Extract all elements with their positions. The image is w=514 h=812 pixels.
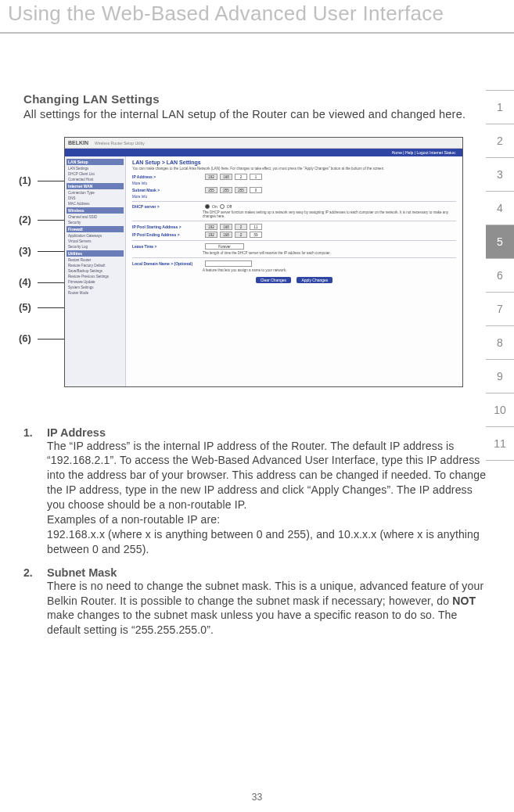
sidebar-item[interactable]: Virtual Servers — [66, 239, 124, 244]
pool-end-label: IP Pool Ending Address > — [132, 232, 203, 237]
sn-oct-2[interactable]: 255 — [220, 187, 232, 193]
domain-desc: A feature that lets you assign a name to… — [203, 268, 456, 272]
lease-desc: The length of time the DHCP server will … — [203, 251, 456, 255]
ps-oct-3[interactable]: 2 — [235, 224, 247, 230]
sidebar-item[interactable]: Save/Backup Settings — [66, 268, 124, 274]
more-info-link[interactable]: More Info — [132, 195, 456, 199]
pe-oct-2[interactable]: 168 — [220, 232, 232, 238]
callout-6: (6) — [19, 332, 31, 344]
callout-5: (5) — [19, 301, 31, 313]
ps-oct-2[interactable]: 168 — [220, 224, 232, 230]
sidebar: LAN Setup LAN Settings DHCP Client List … — [65, 156, 126, 386]
screenshot-area: (1) (2) (3) (4) (5) (6) BELKIN Wireless … — [19, 137, 491, 403]
ip-oct-4[interactable]: 1 — [250, 174, 262, 180]
lease-label: Lease Time > — [132, 244, 203, 249]
dhcp-on-label: On — [212, 204, 217, 209]
dhcp-off-label: Off — [227, 204, 232, 209]
ip-oct-1[interactable]: 192 — [205, 174, 217, 180]
tab-11[interactable]: 11 — [486, 426, 514, 461]
ps-oct-4[interactable]: 11 — [250, 224, 262, 230]
domain-input[interactable] — [205, 260, 252, 267]
sidebar-item[interactable]: Security — [66, 220, 124, 225]
section-intro: All settings for the internal LAN setup … — [23, 107, 491, 123]
more-info-link[interactable]: More Info — [132, 181, 456, 185]
pe-oct-3[interactable]: 2 — [235, 232, 247, 238]
page-number: 33 — [0, 792, 514, 803]
dhcp-label: DHCP server > — [132, 204, 203, 209]
pe-oct-4[interactable]: 59 — [250, 232, 262, 238]
list-item: 1. IP Address The “IP address” is the in… — [23, 426, 491, 557]
panel-desc: You can make changes to the Local Area N… — [132, 167, 456, 171]
pool-start-label: IP Pool Starting Address > — [132, 225, 203, 229]
sidebar-item[interactable]: Channel and SSID — [66, 214, 124, 220]
tab-1[interactable]: 1 — [486, 90, 514, 124]
sidebar-item[interactable]: DNS — [66, 196, 124, 201]
callout-1: (1) — [19, 174, 31, 186]
sn-oct-3[interactable]: 255 — [235, 187, 247, 193]
pe-oct-1[interactable]: 192 — [205, 232, 217, 238]
ip-oct-3[interactable]: 2 — [235, 174, 247, 180]
subnet-label: Subnet Mask > — [132, 188, 203, 192]
item-title: Subnet Mask — [47, 566, 491, 579]
sidebar-item[interactable]: DHCP Client List — [66, 171, 124, 177]
sidebar-item[interactable]: Connection Type — [66, 190, 124, 196]
main-panel: LAN Setup > LAN Settings You can make ch… — [126, 156, 462, 386]
sidebar-item[interactable]: Application Gateways — [66, 233, 124, 239]
sidebar-cat-wireless[interactable]: Wireless — [66, 207, 124, 214]
numbered-list: 1. IP Address The “IP address” is the in… — [23, 426, 491, 638]
sidebar-item[interactable]: Security Log — [66, 244, 124, 250]
sidebar-cat-firewall[interactable]: Firewall — [66, 226, 124, 232]
sn-oct-1[interactable]: 255 — [205, 187, 217, 193]
ip-oct-2[interactable]: 168 — [220, 174, 232, 180]
dhcp-off-radio[interactable] — [220, 204, 225, 209]
header-bar: Home | Help | Logout Internet Status: — [65, 149, 462, 156]
sn-oct-4[interactable]: 0 — [250, 187, 262, 193]
breadcrumb: LAN Setup > LAN Settings — [132, 160, 456, 165]
sidebar-item[interactable]: LAN Settings — [66, 166, 124, 171]
sidebar-item[interactable]: System Settings — [66, 285, 124, 290]
dhcp-desc: The DHCP server function makes setting u… — [203, 210, 456, 218]
domain-label: Local Domain Name > (Optional) — [132, 261, 203, 266]
item-text: There is no need to change the subnet ma… — [47, 579, 491, 638]
brand-logo: BELKIN — [68, 140, 88, 146]
item-text: The “IP address” is the internal IP addr… — [47, 439, 491, 512]
sidebar-item[interactable]: MAC Address — [66, 201, 124, 207]
sidebar-cat-util[interactable]: Utilities — [66, 250, 124, 257]
list-item: 2. Subnet Mask There is no need to chang… — [23, 566, 491, 638]
router-ui-screenshot: BELKIN Wireless Router Setup Utility Hom… — [64, 137, 463, 387]
section-heading: Changing LAN Settings — [23, 92, 491, 106]
sidebar-item[interactable]: Router Mode — [66, 290, 124, 296]
item-text: Examples of a non-routable IP are: — [47, 512, 491, 527]
callout-3: (3) — [19, 245, 31, 257]
ps-oct-1[interactable]: 192 — [205, 224, 217, 230]
page-title: Using the Web-Based Advanced User Interf… — [0, 0, 514, 34]
sidebar-item[interactable]: Restore Previous Settings — [66, 274, 124, 279]
item-title: IP Address — [47, 426, 491, 439]
lease-select[interactable]: Forever — [205, 243, 244, 250]
apply-button[interactable]: Apply Changes — [297, 277, 332, 283]
sidebar-item[interactable]: Restore Factory Default — [66, 263, 124, 268]
clear-button[interactable]: Clear Changes — [256, 277, 291, 283]
sidebar-cat-wan[interactable]: Internet WAN — [66, 183, 124, 189]
sidebar-item[interactable]: Connected Host — [66, 177, 124, 182]
sidebar-item[interactable]: Restart Router — [66, 257, 124, 263]
item-text: 192.168.x.x (where x is anything between… — [47, 527, 491, 557]
sidebar-item[interactable]: Firmware Update — [66, 279, 124, 285]
callout-4: (4) — [19, 276, 31, 288]
content: Changing LAN Settings All settings for t… — [0, 92, 514, 638]
item-number: 1. — [23, 426, 47, 557]
callout-2: (2) — [19, 214, 31, 225]
item-number: 2. — [23, 566, 47, 638]
dhcp-on-radio[interactable] — [205, 204, 210, 209]
sidebar-cat-lan[interactable]: LAN Setup — [66, 159, 124, 165]
ip-address-label: IP Address > — [132, 174, 203, 179]
brand-sub: Wireless Router Setup Utility — [95, 141, 145, 146]
